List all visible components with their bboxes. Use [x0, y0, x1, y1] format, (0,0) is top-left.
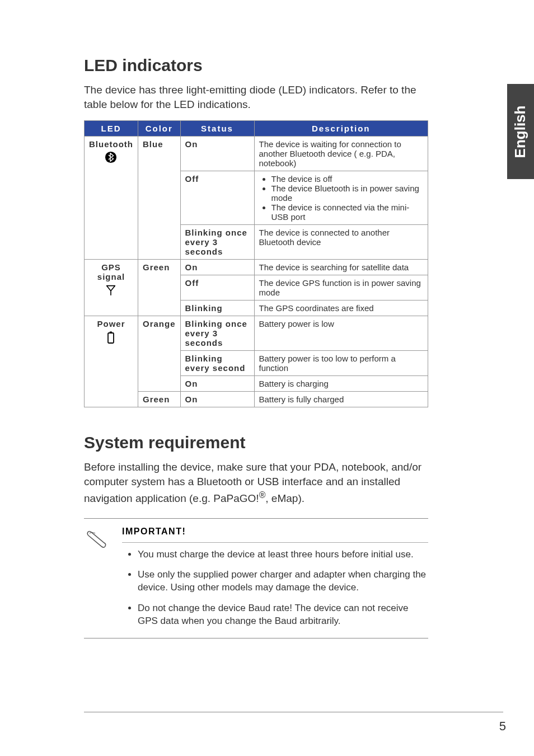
page-content: LED indicators The device has three ligh… [0, 0, 459, 638]
color-green-cell: Green [138, 260, 180, 316]
table-row: Power Orange Blinking once every 3 secon… [85, 316, 428, 351]
registered-symbol: ® [259, 490, 266, 500]
description-cell: The device is waiting for connection to … [254, 137, 428, 171]
color-orange-cell: Orange [138, 316, 180, 392]
led-bluetooth-label: Bluetooth [89, 139, 133, 149]
status-cell: Off [180, 171, 254, 225]
language-label: English [512, 105, 530, 158]
led-gps-label: GPS signal [89, 262, 133, 281]
list-item: Do not change the device Baud rate! The … [138, 602, 428, 628]
svg-rect-1 [108, 333, 114, 343]
list-item: You must charge the device at least thre… [138, 548, 428, 561]
page-number: 5 [499, 719, 506, 734]
color-green2-cell: Green [138, 392, 180, 407]
table-header-row: LED Color Status Description [85, 121, 428, 137]
list-item: The device is off [271, 174, 424, 184]
th-description: Description [254, 121, 428, 137]
note-list: You must charge the device at least thre… [122, 548, 428, 628]
description-cell: Battery is charging [254, 376, 428, 392]
status-cell: Blinking [180, 300, 254, 316]
list-item: The device is connected via the mini-USB… [271, 203, 424, 222]
status-cell: On [180, 376, 254, 392]
battery-icon [106, 331, 116, 346]
description-cell: The device GPS function is in power savi… [254, 275, 428, 300]
system-requirement-section: System requirement Before installing the… [84, 433, 428, 638]
status-cell: Blinking once every 3 seconds [180, 316, 254, 351]
note-body: IMPORTANT! You must charge the device at… [122, 527, 428, 628]
svg-rect-2 [110, 332, 112, 334]
led-table: LED Color Status Description Bluetooth B… [84, 120, 428, 407]
list-item: The device Bluetooth is in power saving … [271, 184, 424, 203]
led-indicators-heading: LED indicators [84, 56, 428, 75]
bluetooth-icon [105, 151, 117, 165]
note-icon [84, 527, 109, 628]
description-cell: The device is connected to another Bluet… [254, 225, 428, 260]
antenna-icon [105, 284, 117, 298]
system-requirement-intro: Before installing the device, make sure … [84, 460, 428, 505]
footer-rule [84, 712, 503, 712]
led-gps-cell: GPS signal [85, 260, 138, 316]
description-cell: The device is searching for satellite da… [254, 260, 428, 275]
table-row: GPS signal Green On The device is search… [85, 260, 428, 275]
status-cell: On [180, 137, 254, 171]
description-cell: The device is off The device Bluetooth i… [254, 171, 428, 225]
intro-suffix: , eMap). [265, 492, 305, 504]
status-cell: On [180, 260, 254, 275]
status-cell: Blinking every second [180, 351, 254, 376]
led-indicators-intro: The device has three light-emitting diod… [84, 83, 428, 111]
color-blue-cell: Blue [138, 137, 180, 260]
intro-prefix: Before installing the device, make sure … [84, 461, 421, 504]
status-cell: Blinking once every 3 seconds [180, 225, 254, 260]
list-item: Use only the supplied power charger and … [138, 569, 428, 594]
description-cell: Battery power is too low to perform a fu… [254, 351, 428, 376]
th-status: Status [180, 121, 254, 137]
th-color: Color [138, 121, 180, 137]
status-cell: Off [180, 275, 254, 300]
status-cell: On [180, 392, 254, 407]
description-cell: The GPS coordinates are fixed [254, 300, 428, 316]
led-bluetooth-cell: Bluetooth [85, 137, 138, 260]
important-note-block: IMPORTANT! You must charge the device at… [84, 518, 428, 639]
note-heading: IMPORTANT! [122, 527, 428, 543]
description-cell: Battery is fully charged [254, 392, 428, 407]
system-requirement-heading: System requirement [84, 433, 428, 452]
led-power-label: Power [89, 319, 133, 328]
led-power-cell: Power [85, 316, 138, 407]
description-list: The device is off The device Bluetooth i… [259, 174, 424, 222]
description-cell: Battery power is low [254, 316, 428, 351]
table-row: Bluetooth Blue On The device is waiting … [85, 137, 428, 171]
language-side-tab: English [507, 84, 534, 179]
th-led: LED [85, 121, 138, 137]
